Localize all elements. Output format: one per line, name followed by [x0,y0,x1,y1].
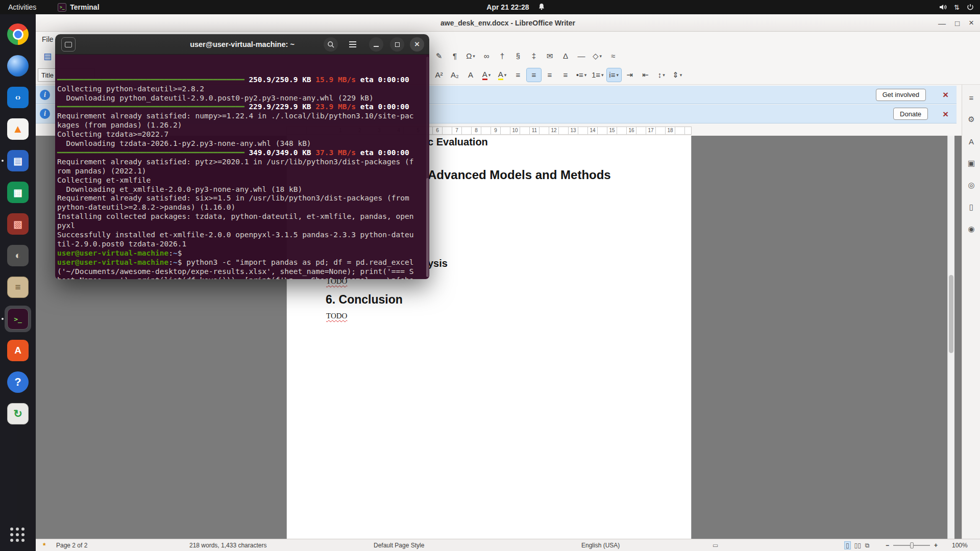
book-view-icon[interactable]: ⧉ [865,542,870,549]
close-button[interactable]: × [969,18,974,28]
web-browser-icon[interactable] [0,50,36,82]
document-modified-icon[interactable]: * [43,539,45,551]
increase-indent-icon[interactable]: ⇥ [623,68,637,82]
minimize-button[interactable]: — [938,19,946,28]
style-inspector-icon[interactable]: ◉ [965,222,978,236]
terminal-line: user@user-virtual-machine:~$ [57,249,427,258]
menu-file[interactable]: File [42,35,54,43]
bullet-list-icon[interactable]: •≡▾ [574,68,589,82]
decrease-indent-icon[interactable]: ⇤ [639,68,653,82]
terminal-search-button[interactable] [324,37,338,52]
terminal-output: ━━━━━━━━━━━━━━━━━━━━━━━━━━━━━━━━━━━━━━━━… [57,76,427,279]
language-status[interactable]: English (USA) [581,539,620,551]
dock: ‹›▲▤▦▧◐≡>_A?↻ [0,14,36,551]
word-count-status[interactable]: 218 words, 1,433 characters [189,539,266,551]
page-count-status[interactable]: Page 2 of 2 [56,539,87,551]
clock[interactable]: Apr 21 22:28 [470,3,546,11]
terminal-maximize-button[interactable] [390,37,404,52]
outline-list-icon[interactable]: i≡▾ [607,68,621,82]
donate-button[interactable]: Donate [893,108,928,120]
maximize-button[interactable]: □ [955,19,960,28]
libreoffice-writer-icon[interactable]: ▤ [0,145,36,177]
terminal-scrollbar[interactable] [426,57,429,277]
justify-icon[interactable]: ≡ [558,68,573,82]
formatting-marks-icon[interactable]: ¶ [448,49,462,63]
subscript-icon[interactable]: A₂ [448,68,462,82]
focused-app-name: Terminal [70,3,99,11]
horizontal-line-icon[interactable]: — [574,49,589,63]
writer-window-controls: — □ × [938,14,974,32]
styles-icon[interactable]: A [965,135,978,148]
gimp-icon[interactable]: ◐ [0,240,36,271]
insert-comment-icon[interactable]: ✉ [543,49,557,63]
help-icon[interactable]: ? [0,366,36,398]
selection-mode-icon[interactable]: ▭ [713,539,718,551]
zoom-level[interactable]: 100% [952,539,968,551]
terminal-app-icon: >_ [58,3,66,12]
freeform-line-icon[interactable]: ≈ [606,49,620,63]
show-applications-button[interactable] [0,519,36,551]
writer-title-bar[interactable]: awe_desk_env.docx - LibreOffice Writer [36,14,980,32]
paragraph-spacing-icon[interactable]: ⇕▾ [670,68,684,82]
track-changes-icon[interactable]: Δ [558,49,573,63]
zoom-slider-handle[interactable] [910,542,914,548]
align-left-icon[interactable]: ≡ [511,68,525,82]
terminal-header-bar[interactable]: user@user-virtual-machine: ~ × [55,34,429,55]
scrollbar-thumb[interactable] [949,275,953,353]
trash-icon[interactable]: ↻ [0,398,36,430]
align-center-icon[interactable]: ≡ [527,68,541,82]
zoom-out-button[interactable]: − [886,539,889,551]
navigator-icon[interactable]: ◎ [965,179,978,192]
line-spacing-icon[interactable]: ↕▾ [654,68,669,82]
system-tray[interactable]: ⇅ [939,4,974,11]
page-style-status[interactable]: Default Page Style [374,539,424,551]
basic-shapes-icon[interactable]: ◇▾ [590,49,604,63]
chrome-icon[interactable] [0,18,36,50]
focused-app-indicator[interactable]: >_ Terminal [58,3,99,12]
terminal-close-button[interactable]: × [410,37,424,52]
close-infobar-icon[interactable]: × [943,90,948,99]
vscode-icon[interactable]: ‹› [0,82,36,113]
terminal-scrollbar-thumb[interactable] [426,178,429,277]
file-cabinet-icon[interactable]: ≡ [0,271,36,303]
superscript-icon[interactable]: A² [432,68,446,82]
libreoffice-calc-icon[interactable]: ▦ [0,177,36,208]
terminal-minimize-button[interactable] [369,37,383,52]
terminal-line: Collecting tzdata>=2022.7 [57,130,427,139]
special-character-icon[interactable]: Ω▾ [463,49,478,63]
libreoffice-impress-icon[interactable]: ▧ [0,208,36,240]
multi-page-view-icon[interactable]: ▯▯ [854,542,861,549]
get-involved-button[interactable]: Get involved [876,89,926,101]
properties-icon[interactable]: ⚙ [965,113,978,126]
paragraph-style-value: Title [41,71,54,79]
clone-formatting-icon[interactable]: ✎ [432,49,446,63]
vlc-icon[interactable]: ▲ [0,113,36,145]
zoom-slider[interactable] [893,545,930,546]
new-document-icon[interactable]: ▤ [41,50,54,62]
character-shadow-icon[interactable]: A [463,68,478,82]
font-color-icon[interactable]: A▾ [479,68,494,82]
single-page-view-icon[interactable]: ▯ [845,542,850,549]
page-icon[interactable]: ▯ [965,201,978,214]
terminal-body[interactable]: ━━━━━━━━━━━━━━━━━━━━━━━━━━━━━━━━━━━━━━━━… [55,55,429,279]
gallery-icon[interactable]: ▣ [965,157,978,170]
todo-text-2: TODO [326,312,347,320]
terminal-icon[interactable]: >_ [0,303,36,335]
insert-bookmark-icon[interactable]: § [511,49,525,63]
align-right-icon[interactable]: ≡ [543,68,557,82]
highlight-color-icon[interactable]: A▾ [495,68,509,82]
numbered-list-icon[interactable]: 1≡▾ [590,68,605,82]
cross-reference-icon[interactable]: ‡ [527,49,541,63]
document-vertical-scrollbar[interactable] [947,136,954,539]
sidebar-settings-icon[interactable]: ≡ [965,91,978,104]
terminal-menu-button[interactable] [346,37,360,52]
close-infobar-icon[interactable]: × [943,109,948,119]
new-terminal-button[interactable] [61,37,76,52]
info-icon: i [40,90,50,100]
maximize-icon [395,42,400,47]
zoom-in-button[interactable]: + [934,539,938,551]
ubuntu-software-icon[interactable]: A [0,335,36,366]
activities-button[interactable]: Activities [8,3,36,11]
insert-hyperlink-icon[interactable]: ∞ [479,49,494,63]
insert-footnote-icon[interactable]: † [495,49,509,63]
